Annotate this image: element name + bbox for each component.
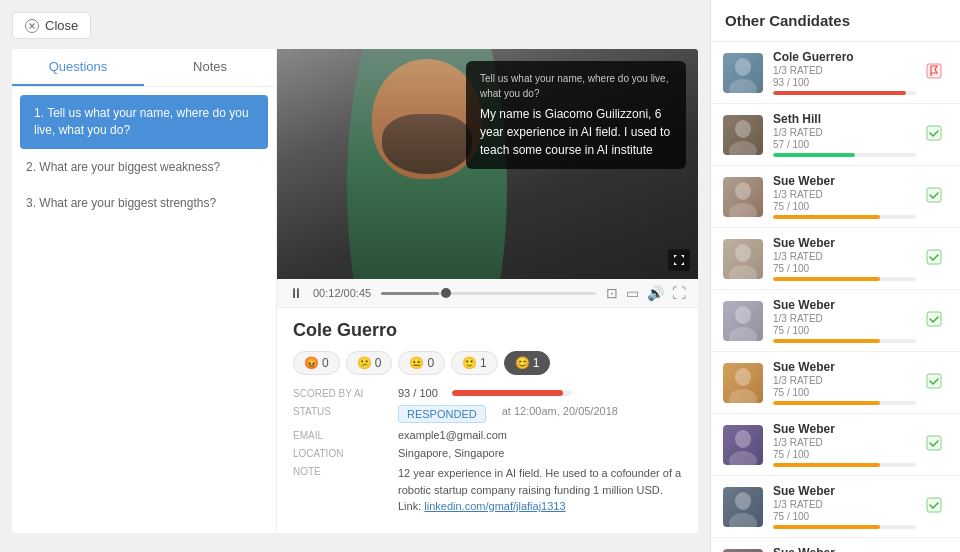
note-value: 12 year experience in AI field. He used … xyxy=(398,465,682,515)
question-item-2[interactable]: 2. What are your biggest weakness? xyxy=(12,149,276,186)
candidate-avatar-6 xyxy=(723,363,763,403)
candidate-avatar-1 xyxy=(723,53,763,93)
expand-icon[interactable]: ⛶ xyxy=(672,285,686,301)
questions-sidebar: Questions Notes 1. Tell us what your nam… xyxy=(12,49,277,533)
linkedin-link[interactable]: linkedin.com/gmaf/jlafiaj1313 xyxy=(424,500,565,512)
svg-rect-22 xyxy=(927,312,941,326)
svg-rect-14 xyxy=(927,188,941,202)
card-name-3: Sue Weber xyxy=(773,174,916,188)
pause-button[interactable]: ⏸ xyxy=(289,285,303,301)
svg-rect-10 xyxy=(927,126,941,140)
volume-icon[interactable]: 🔊 xyxy=(647,285,664,301)
card-name-7: Sue Weber xyxy=(773,422,916,436)
card-name-9: Sue Weber xyxy=(773,546,916,552)
rating-happy[interactable]: 😊1 xyxy=(504,351,551,375)
rating-angry[interactable]: 😡0 xyxy=(293,351,340,375)
svg-point-8 xyxy=(735,120,751,138)
candidate-card-8[interactable]: Sue Weber 1/3 RATED 75 / 100 xyxy=(711,476,960,538)
card-rated-8: 1/3 RATED xyxy=(773,499,916,510)
candidate-card-7[interactable]: Sue Weber 1/3 RATED 75 / 100 xyxy=(711,414,960,476)
card-action-2[interactable] xyxy=(926,125,948,145)
card-action-7[interactable] xyxy=(926,435,948,455)
score-label: SCORED BY AI xyxy=(293,387,388,399)
candidate-info: Cole Guerro 😡0 😕0 😐0 🙂1 😊1 SCORED BY AI … xyxy=(277,308,698,533)
candidates-list: Cole Guerrero 1/3 RATED 93 / 100 Seth Hi… xyxy=(711,42,960,552)
email-row: EMAIL example1@gmail.com xyxy=(293,429,682,441)
card-score-7: 75 / 100 xyxy=(773,449,916,460)
card-bar-fill-8 xyxy=(773,525,880,529)
rating-neutral[interactable]: 😐0 xyxy=(398,351,445,375)
fullscreen-button[interactable] xyxy=(668,249,690,271)
question-item-1[interactable]: 1. Tell us what your name, where do you … xyxy=(20,95,268,149)
card-action-6[interactable] xyxy=(926,373,948,393)
close-button[interactable]: Close xyxy=(12,12,91,39)
candidate-card-info-3: Sue Weber 1/3 RATED 75 / 100 xyxy=(773,174,916,219)
candidate-card-4[interactable]: Sue Weber 1/3 RATED 75 / 100 xyxy=(711,228,960,290)
card-action-5[interactable] xyxy=(926,311,948,331)
top-row: Questions Notes 1. Tell us what your nam… xyxy=(12,49,698,533)
card-action-1[interactable] xyxy=(926,63,948,83)
tabs-bar: Questions Notes xyxy=(12,49,276,87)
progress-fill xyxy=(381,292,439,295)
tab-notes[interactable]: Notes xyxy=(144,49,276,86)
candidate-card-5[interactable]: Sue Weber 1/3 RATED 75 / 100 xyxy=(711,290,960,352)
candidate-card-2[interactable]: Seth Hill 1/3 RATED 57 / 100 xyxy=(711,104,960,166)
card-name-2: Seth Hill xyxy=(773,112,916,126)
progress-bar[interactable] xyxy=(381,292,596,295)
score-value: 93 / 100 xyxy=(398,387,438,399)
captions-icon[interactable]: ⊡ xyxy=(606,285,618,301)
card-action-4[interactable] xyxy=(926,249,948,269)
candidate-card-info-1: Cole Guerrero 1/3 RATED 93 / 100 xyxy=(773,50,916,95)
score-container: 93 / 100 xyxy=(398,387,572,399)
email-value: example1@gmail.com xyxy=(398,429,507,441)
email-label: EMAIL xyxy=(293,429,388,441)
svg-point-24 xyxy=(735,368,751,386)
card-rated-4: 1/3 RATED xyxy=(773,251,916,262)
card-name-4: Sue Weber xyxy=(773,236,916,250)
candidate-card-9[interactable]: Sue Weber 1/3 RATED 75 / 100 xyxy=(711,538,960,552)
card-score-8: 75 / 100 xyxy=(773,511,916,522)
question-list: 1. Tell us what your name, where do you … xyxy=(12,87,276,533)
note-label: NOTE xyxy=(293,465,388,477)
candidate-card-info-6: Sue Weber 1/3 RATED 75 / 100 xyxy=(773,360,916,405)
main-panel: Close Questions Notes 1. Tell us what yo… xyxy=(0,0,710,552)
card-bar-7 xyxy=(773,463,916,467)
card-bar-6 xyxy=(773,401,916,405)
status-badge: RESPONDED xyxy=(398,405,486,423)
rating-smile[interactable]: 🙂1 xyxy=(451,351,498,375)
speech-bubble: Tell us what your name, where do you liv… xyxy=(466,61,686,169)
svg-rect-34 xyxy=(927,498,941,512)
candidate-avatar-9 xyxy=(723,549,763,553)
svg-point-12 xyxy=(735,182,751,200)
card-rated-1: 1/3 RATED xyxy=(773,65,916,76)
rating-sad[interactable]: 😕0 xyxy=(346,351,393,375)
candidate-card-3[interactable]: Sue Weber 1/3 RATED 75 / 100 xyxy=(711,166,960,228)
camera-icon[interactable]: ▭ xyxy=(626,285,639,301)
svg-point-28 xyxy=(735,430,751,448)
card-action-3[interactable] xyxy=(926,187,948,207)
card-bar-fill-6 xyxy=(773,401,880,405)
candidate-card-1[interactable]: Cole Guerrero 1/3 RATED 93 / 100 xyxy=(711,42,960,104)
tab-questions[interactable]: Questions xyxy=(12,49,144,86)
card-action-8[interactable] xyxy=(926,497,948,517)
candidate-card-info-5: Sue Weber 1/3 RATED 75 / 100 xyxy=(773,298,916,343)
card-score-4: 75 / 100 xyxy=(773,263,916,274)
speech-question: Tell us what your name, where do you liv… xyxy=(480,71,672,101)
candidate-card-info-2: Seth Hill 1/3 RATED 57 / 100 xyxy=(773,112,916,157)
video-container: Tell us what your name, where do you liv… xyxy=(277,49,698,279)
card-bar-fill-4 xyxy=(773,277,880,281)
location-row: LOCATION Singapore, Singapore xyxy=(293,447,682,459)
location-value: Singapore, Singapore xyxy=(398,447,504,459)
card-rated-7: 1/3 RATED xyxy=(773,437,916,448)
card-bar-fill-2 xyxy=(773,153,855,157)
card-bar-4 xyxy=(773,277,916,281)
candidate-name: Cole Guerro xyxy=(293,320,682,341)
candidate-avatar-2 xyxy=(723,115,763,155)
card-score-3: 75 / 100 xyxy=(773,201,916,212)
card-bar-5 xyxy=(773,339,916,343)
candidate-avatar-5 xyxy=(723,301,763,341)
candidate-card-6[interactable]: Sue Weber 1/3 RATED 75 / 100 xyxy=(711,352,960,414)
location-label: LOCATION xyxy=(293,447,388,459)
video-area: Tell us what your name, where do you liv… xyxy=(277,49,698,533)
question-item-3[interactable]: 3. What are your biggest strengths? xyxy=(12,185,276,222)
